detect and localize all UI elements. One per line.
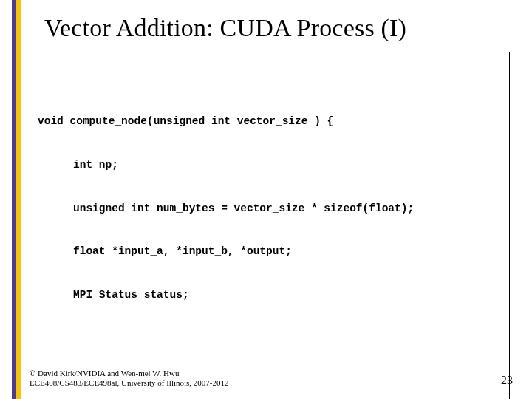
code-line: int np;: [38, 158, 502, 173]
code-box: void compute_node(unsigned int vector_si…: [30, 52, 510, 399]
code-block-1: void compute_node(unsigned int vector_si…: [38, 86, 502, 332]
code-line: unsigned int num_bytes = vector_size * s…: [38, 202, 502, 216]
code-line: MPI_Status status;: [38, 288, 502, 303]
accent-stripe-yellow: [16, 0, 21, 399]
slide: Vector Addition: CUDA Process (I) void c…: [0, 0, 532, 399]
footer: © David Kirk/NVIDIA and Wen-mei W. Hwu E…: [30, 369, 229, 389]
code-line: float *input_a, *input_b, *output;: [38, 245, 502, 259]
slide-title: Vector Addition: CUDA Process (I): [44, 13, 406, 42]
footer-line-1: © David Kirk/NVIDIA and Wen-mei W. Hwu: [30, 369, 229, 379]
page-number: 23: [501, 374, 513, 387]
code-line: void compute_node(unsigned int vector_si…: [38, 115, 502, 129]
footer-line-2: ECE408/CS483/ECE498al, University of Ill…: [30, 378, 229, 389]
